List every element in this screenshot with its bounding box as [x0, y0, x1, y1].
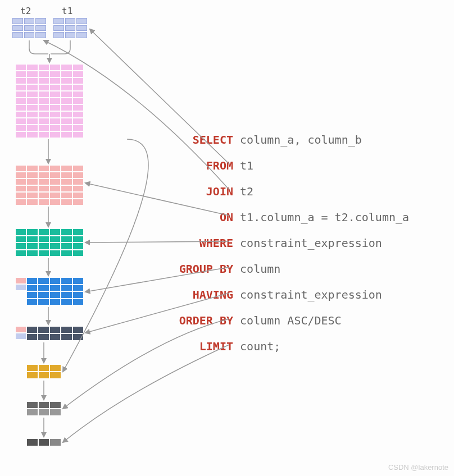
grid-side-cell [16, 285, 26, 290]
sql-where: WHERE constraint_expression [198, 236, 382, 250]
grid-groupby-result [27, 278, 83, 305]
sql-keyword: SELECT [190, 133, 233, 147]
grid-having-result [27, 327, 83, 340]
sql-keyword: LIMIT [198, 340, 233, 353]
grid-side-cell [16, 278, 26, 283]
grid-cartesian-product [16, 65, 83, 138]
grid-limit-result [27, 439, 61, 446]
grid-side-cell [16, 333, 26, 339]
grid-on-result [16, 166, 83, 205]
sql-arg: constraint_expression [240, 288, 382, 301]
sql-arg: constraint_expression [240, 236, 382, 250]
grid-where-result [16, 229, 83, 256]
sql-arg: column ASC/DESC [240, 314, 342, 327]
t2-label: t2 [20, 6, 31, 16]
sql-keyword: HAVING [191, 288, 233, 301]
sql-on: ON t1.column_a = t2.column_a [219, 210, 409, 224]
sql-arg: t1.column_a = t2.column_a [240, 210, 409, 224]
sql-arg: count; [240, 340, 280, 353]
t1-label: t1 [62, 6, 72, 16]
sql-join: JOIN t2 [205, 185, 253, 198]
sql-select: SELECT column_a, column_b [190, 133, 362, 147]
sql-keyword: JOIN [205, 185, 233, 198]
sql-keyword: WHERE [198, 236, 233, 250]
sql-order-by: ORDER BY column ASC/DESC [177, 314, 342, 327]
sql-arg: column [240, 262, 280, 276]
sql-having: HAVING constraint_expression [191, 288, 382, 301]
sql-keyword: ORDER BY [177, 314, 233, 327]
sql-from: FROM t1 [205, 159, 253, 172]
sql-group-by: GROUP BY column [177, 262, 280, 276]
sql-arg: t1 [240, 159, 253, 172]
grid-orderby-result [27, 402, 61, 415]
grid-select-result [27, 365, 61, 378]
sql-arg: t2 [240, 185, 253, 198]
sql-limit: LIMIT count; [198, 340, 280, 353]
sql-keyword: GROUP BY [177, 262, 233, 276]
grid-t2 [12, 18, 46, 38]
sql-keyword: ON [219, 210, 233, 224]
watermark: CSDN @lakernote [388, 463, 448, 472]
sql-keyword: FROM [205, 159, 233, 172]
grid-t1 [53, 18, 87, 38]
sql-arg: column_a, column_b [240, 133, 362, 147]
grid-side-cell [16, 327, 26, 332]
